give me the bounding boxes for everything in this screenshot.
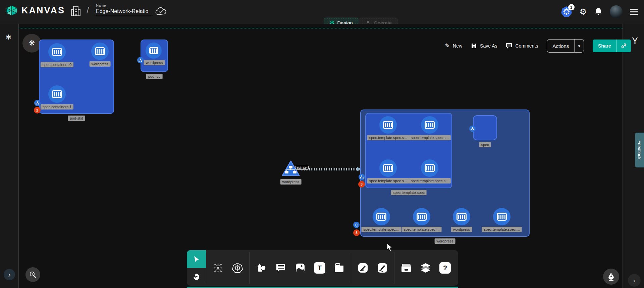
node-row-wordpress[interactable]: wordpress (453, 208, 470, 225)
pen-line-icon (358, 263, 368, 273)
select-tool-button[interactable] (187, 250, 206, 268)
kubernetes-context-button[interactable]: 1 (561, 6, 572, 17)
container-node-icon[interactable] (48, 85, 66, 103)
container-node-icon[interactable] (91, 43, 109, 60)
canvas-settings-button[interactable]: ❋ (22, 34, 41, 53)
organization-building-icon[interactable] (70, 5, 81, 17)
line-tool-button[interactable] (355, 260, 371, 276)
new-label: New (453, 43, 462, 49)
node-label: spec.template.spec.... (362, 227, 401, 232)
image-tool-button[interactable] (292, 260, 309, 276)
app-header: KANVAS / Name ✻ Design Operate (0, 0, 644, 24)
layers-tool-button[interactable] (417, 260, 434, 276)
spec-resource-badge[interactable] (469, 126, 476, 132)
collapse-right-panel-button[interactable]: ‹ (628, 274, 641, 287)
container-node-icon[interactable] (421, 159, 438, 177)
branch-icon[interactable]: Y (632, 36, 638, 46)
pod-skd-error-badge[interactable]: 2 (34, 107, 41, 114)
save-as-button[interactable]: Save As (471, 43, 497, 49)
node-tpl-container-3[interactable]: spec.template.spec.s... (379, 159, 397, 177)
comments-button[interactable]: Comments (506, 43, 538, 49)
node-label: wordpress (144, 60, 165, 65)
sticky-note-icon (334, 263, 344, 273)
share-button[interactable]: Share (593, 40, 617, 52)
container-node-icon[interactable] (379, 116, 397, 134)
actions-button[interactable]: Actions (547, 40, 575, 52)
comment-tool-button[interactable] (272, 260, 289, 276)
pen-nib-icon (607, 272, 615, 281)
node-rcc-wordpress[interactable]: wordpress (146, 43, 163, 60)
node-label: spec.template.spec.s... (409, 135, 451, 140)
archive-tool-button[interactable] (398, 260, 415, 276)
new-button[interactable]: ✎ New (445, 42, 462, 50)
node-skd-wordpress[interactable]: wordpress (91, 43, 109, 60)
node-spec-containers-1[interactable]: spec.containers.1 (48, 85, 66, 103)
note-tool-button[interactable] (331, 260, 347, 276)
link-icon (621, 43, 627, 49)
question-icon: ? (443, 264, 447, 272)
group-spec-template-spec[interactable]: spec.template.spec (365, 113, 452, 188)
kanvas-logo[interactable]: KANVAS (5, 5, 65, 16)
node-tpl-container-4[interactable]: spec.template.spec.s... (421, 159, 438, 177)
group-label: pod-rcc (146, 74, 163, 79)
replica-circle-icon (355, 223, 359, 227)
header-right-actions: 1 ⚙ (561, 5, 638, 18)
group-label: spec (479, 142, 491, 147)
text-tool-glyph: T (318, 264, 322, 272)
deployment-error-badge[interactable]: 3 (353, 229, 360, 236)
mouse-cursor (386, 243, 394, 252)
copy-link-button[interactable] (617, 40, 631, 52)
node-label: spec.template.spec.s... (367, 178, 409, 184)
freehand-tool-button[interactable] (374, 260, 391, 276)
container-node-icon[interactable] (493, 208, 511, 225)
group-spec[interactable]: spec (473, 115, 497, 140)
node-spec-containers-0[interactable]: spec.containers.0 (48, 43, 66, 61)
user-avatar[interactable] (610, 5, 623, 18)
container-node-icon[interactable] (379, 159, 397, 177)
container-node-icon[interactable] (48, 43, 66, 61)
design-actionbar: ✎ New Save As Comments Actions ▾ (445, 39, 631, 53)
container-node-icon[interactable] (421, 116, 438, 134)
node-label: spec.template.spec.s... (367, 135, 409, 140)
components-tool-button[interactable] (210, 260, 226, 276)
container-node-icon[interactable] (453, 208, 470, 225)
edge-service-to-deployment[interactable]: 80/TCP (301, 168, 360, 171)
flower-gear-icon: ❋ (29, 39, 35, 48)
notifications-bell-icon[interactable] (594, 7, 602, 16)
spec-template-error-badge[interactable]: 3 (358, 181, 365, 188)
pod-rcc-resource-badge[interactable] (137, 57, 144, 63)
node-row-container-1[interactable]: spec.template.spec.... (373, 208, 390, 225)
kubernetes-tool-button[interactable] (229, 260, 246, 276)
cursor-arrow-icon (193, 256, 200, 263)
menu-hamburger-icon[interactable] (630, 9, 638, 15)
kubernetes-count-badge: 1 (568, 4, 575, 10)
actions-dropdown-caret[interactable]: ▾ (575, 40, 584, 52)
shapes-tool-button[interactable] (253, 260, 270, 276)
design-name-input[interactable] (96, 7, 151, 16)
help-tool-button[interactable]: ? (437, 260, 453, 276)
expand-panel-button[interactable]: › (4, 269, 15, 280)
settings-gear-icon[interactable]: ⚙ (580, 8, 587, 16)
feedback-tab[interactable]: Feedback (635, 133, 644, 167)
group-label: wordpress (434, 238, 455, 244)
pod-skd-resource-badge[interactable] (34, 100, 41, 106)
node-tpl-container-2[interactable]: spec.template.spec.s... (421, 116, 438, 134)
deployment-resource-badge[interactable] (353, 222, 360, 228)
design-canvas[interactable]: ✻ ✎ New Save As Comments Actions (0, 24, 644, 288)
pan-tool-button[interactable] (187, 268, 206, 286)
text-tool-button[interactable]: T (311, 260, 328, 276)
share-label: Share (598, 43, 611, 49)
node-tpl-container-1[interactable]: spec.template.spec.s... (379, 116, 397, 134)
design-name-label: Name (96, 3, 151, 7)
node-label: spec.containers.1 (41, 104, 73, 110)
save-floppy-icon (471, 43, 477, 49)
container-node-icon[interactable] (146, 43, 162, 59)
container-node-icon[interactable] (413, 208, 430, 225)
zoom-button[interactable] (25, 267, 40, 282)
pen-mode-button[interactable] (603, 269, 619, 285)
spec-template-resource-badge[interactable] (359, 174, 365, 180)
node-row-container-4[interactable]: spec.template.spec.... (493, 208, 511, 225)
layers-icon (420, 263, 431, 273)
node-row-container-2[interactable]: spec.template.spec.... (413, 208, 430, 225)
container-node-icon[interactable] (373, 208, 390, 225)
